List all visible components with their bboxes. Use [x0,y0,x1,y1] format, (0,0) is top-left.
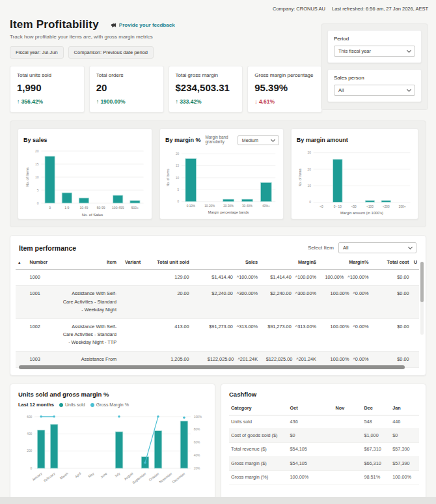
horizontal-scrollbar[interactable] [19,365,413,369]
axis-label: 100% [194,415,202,419]
axis-label: Margin percentage bands [208,210,249,214]
column-header[interactable]: U [411,256,419,270]
number-cell: 1002 [28,318,61,351]
sort-column-header[interactable]: ▲ [16,256,28,270]
kpi-delta: ↑ 356.42% [17,98,77,105]
column-header[interactable]: Number [28,256,61,270]
value-cell: $57,390 [390,443,419,456]
data-point[interactable] [53,415,55,417]
bar[interactable] [37,430,45,468]
report-header: Item Profitability Provide your feedback… [10,18,316,59]
column-header[interactable]: Item [60,256,118,270]
table-row[interactable]: 1000129.00$1,414.40^100.00%$1,414.40^100… [16,270,419,286]
cashflow-column-header[interactable]: Category [229,402,288,415]
legend-item[interactable]: Gross Margin % [90,402,129,407]
granularity-select[interactable]: Medium [238,135,279,145]
axis-label: June [100,471,108,479]
value-cell: 98.51% [362,470,390,484]
salesperson-select[interactable]: All [334,85,415,96]
column-header[interactable]: Margin$ [260,256,318,270]
select-item-label: Select Item [308,245,334,251]
bar[interactable] [180,421,188,468]
cashflow-column-header[interactable]: Dec [362,402,390,415]
axis-label: 20-30% [223,204,234,208]
bar[interactable] [45,156,55,203]
bar[interactable] [381,201,390,203]
table-row[interactable]: 1002Assistance With Self-Care Activities… [16,318,419,351]
cashflow-table: CategoryOctNovDecJan Units sold436548446… [229,402,419,484]
data-point[interactable] [118,415,120,417]
bar[interactable] [79,198,89,203]
column-header[interactable]: Sales [191,256,260,270]
cashflow-column-header[interactable]: Jan [390,402,419,415]
arrow-up-icon: ↑ [96,98,101,105]
legend-item[interactable]: Units sold [59,402,85,407]
bar[interactable] [113,195,123,203]
sales-cell: $91,273.00^313.00% [191,318,260,351]
cashflow-column-header[interactable]: Nov [334,402,362,415]
item-performance-table: ▲NumberItemVariantTotal unit soldSalesMa… [16,256,419,368]
axis-label: No. of Items [25,167,29,187]
bar[interactable] [333,160,342,203]
cashflow-row[interactable]: Units sold436548446 [229,415,419,429]
value-cell [334,443,362,456]
feedback-link[interactable]: Provide your feedback [111,22,175,28]
bar[interactable] [50,425,58,468]
bar[interactable] [62,193,72,203]
change-value: ^0.00% [353,324,368,329]
kpi-card[interactable]: Total units sold1,990↑ 356.42% [10,66,85,113]
by-margin-amount-chart-card: By margin amount 0102030<00 - 10<50<100<… [291,128,418,219]
vertical-scrollbar[interactable] [420,262,424,335]
axis-label: 15 [176,164,180,167]
filter-pill[interactable]: Fiscal year: Jul-Jun [10,46,64,59]
cashflow-row[interactable]: Total revenue ($)$54,105$67,310$57,390 [229,443,419,456]
bar[interactable] [260,182,271,201]
item-cell: Assistance With Self-Care Activities - S… [60,286,118,318]
margin-pct-cell: 100.00%^100.00% [318,270,371,286]
select-item-value: All [343,245,348,251]
cashflow-row[interactable]: Gross margin ($)$54,105$66,310$57,390 [229,456,419,470]
period-select[interactable]: This fiscal year [334,46,415,57]
margin-pct-cell: 100.00%^0.00% [318,286,371,318]
horizontal-scrollbar-thumb[interactable] [19,365,405,369]
axis-label: 0 - 10 [334,205,342,208]
column-header[interactable]: Variant [118,256,143,270]
bar[interactable] [365,201,374,203]
kpi-card[interactable]: Total gross margin$234,503.31↑ 333.42% [169,66,243,113]
cashflow-row[interactable]: Cost of goods sold ($)$0$1,000$0 [229,429,419,443]
arrow-down-icon: ↓ [254,98,259,105]
axis-label: 0 [31,467,33,470]
sort-ascending-icon: ▲ [18,260,21,264]
cashflow-row[interactable]: Gross margin (%)100.00%98.51%100.00% [229,470,419,484]
data-point[interactable] [157,415,159,417]
data-point[interactable] [144,462,146,464]
cashflow-column-header[interactable]: Oct [288,402,334,415]
column-header[interactable]: Margin% [318,256,371,270]
bar[interactable] [185,158,197,201]
kpi-card[interactable]: Gross margin percentage95.39%↓ 4.61% [247,66,322,113]
axis-label: 15 [35,162,39,166]
axis-label: April [74,471,82,479]
bar[interactable] [154,430,162,468]
bar[interactable] [130,201,140,203]
kpi-value: 20 [96,82,157,93]
axis-label: 500+ [131,206,139,210]
axis-label: <100 [366,205,374,208]
column-header[interactable]: Total unit sold [143,256,191,270]
kpi-card[interactable]: Total orders20↑ 1900.00% [89,66,164,113]
bar[interactable] [223,199,234,202]
bar[interactable] [115,432,123,468]
vertical-scrollbar-thumb[interactable] [420,262,424,302]
select-item-dropdown[interactable]: All [338,242,416,253]
axis-label: 10 [307,184,311,188]
bar[interactable] [242,199,253,202]
value-cell: $1,000 [362,429,390,443]
data-point[interactable] [183,417,185,419]
table-row[interactable]: 1001Assistance With Self-Care Activities… [16,286,419,318]
column-header[interactable]: Total cost [371,256,411,270]
data-point[interactable] [40,415,42,417]
axis-label: 0-10% [187,204,195,208]
clipped-cell [411,286,419,318]
chart-legend: Last 12 months Units soldGross Margin % [18,402,208,408]
filter-pill[interactable]: Comparison: Previous date period [68,46,154,59]
